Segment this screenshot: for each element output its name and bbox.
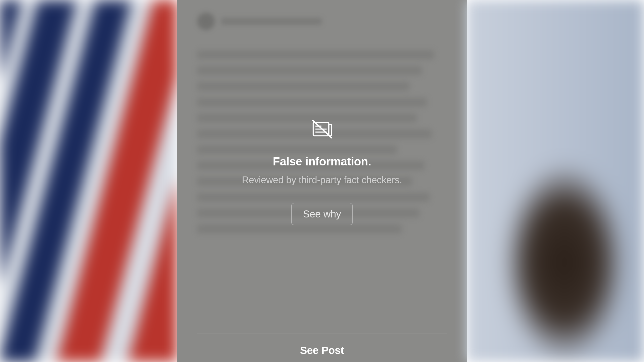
background-left-flag <box>0 0 177 362</box>
background-right <box>467 0 644 362</box>
warning-subtitle: Reviewed by third-party fact checkers. <box>242 175 402 186</box>
background-container: False information. Reviewed by third-par… <box>0 0 644 362</box>
svg-rect-1 <box>329 124 331 136</box>
see-why-button[interactable]: See why <box>291 203 352 225</box>
footer-divider <box>197 334 447 334</box>
warning-overlay: False information. Reviewed by third-par… <box>177 0 467 362</box>
post-overlay-panel: False information. Reviewed by third-par… <box>177 0 467 362</box>
false-info-icon <box>310 117 334 142</box>
overlay-footer: See Post <box>177 334 467 362</box>
warning-title: False information. <box>273 155 371 168</box>
see-post-button[interactable]: See Post <box>197 344 447 362</box>
